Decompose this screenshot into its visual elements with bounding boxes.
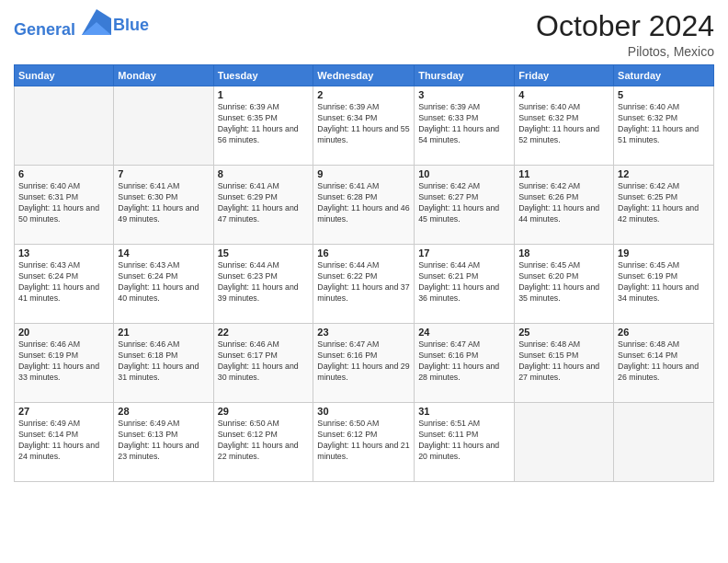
- day-number: 13: [18, 247, 109, 259]
- day-info: Sunrise: 6:44 AM Sunset: 6:22 PM Dayligh…: [317, 260, 410, 304]
- day-info: Sunrise: 6:41 AM Sunset: 6:28 PM Dayligh…: [317, 181, 410, 225]
- weekday-wednesday: Wednesday: [313, 65, 415, 86]
- day-cell: 7Sunrise: 6:41 AM Sunset: 6:30 PM Daylig…: [114, 166, 213, 245]
- day-number: 23: [317, 327, 410, 338]
- day-info: Sunrise: 6:40 AM Sunset: 6:32 PM Dayligh…: [618, 102, 710, 146]
- week-row-3: 13Sunrise: 6:43 AM Sunset: 6:24 PM Dayli…: [15, 245, 714, 324]
- day-number: 4: [518, 89, 609, 100]
- day-info: Sunrise: 6:45 AM Sunset: 6:19 PM Dayligh…: [618, 260, 710, 304]
- day-cell: 29Sunrise: 6:50 AM Sunset: 6:12 PM Dayli…: [213, 403, 313, 482]
- day-info: Sunrise: 6:46 AM Sunset: 6:19 PM Dayligh…: [18, 339, 109, 384]
- day-cell: 12Sunrise: 6:42 AM Sunset: 6:25 PM Dayli…: [614, 166, 714, 245]
- day-cell: 23Sunrise: 6:47 AM Sunset: 6:16 PM Dayli…: [313, 324, 415, 403]
- day-info: Sunrise: 6:44 AM Sunset: 6:21 PM Dayligh…: [418, 260, 510, 304]
- day-cell: 30Sunrise: 6:50 AM Sunset: 6:12 PM Dayli…: [313, 403, 415, 482]
- day-cell: 16Sunrise: 6:44 AM Sunset: 6:22 PM Dayli…: [313, 245, 415, 324]
- day-number: 29: [218, 406, 310, 417]
- day-number: 19: [618, 247, 710, 259]
- day-info: Sunrise: 6:40 AM Sunset: 6:31 PM Dayligh…: [18, 181, 109, 225]
- day-number: 25: [518, 327, 609, 338]
- day-number: 26: [618, 327, 710, 338]
- day-number: 9: [317, 168, 410, 179]
- day-cell: 3Sunrise: 6:39 AM Sunset: 6:33 PM Daylig…: [415, 86, 515, 166]
- day-number: 22: [218, 327, 310, 338]
- day-cell: [15, 86, 114, 166]
- day-info: Sunrise: 6:41 AM Sunset: 6:30 PM Dayligh…: [118, 181, 209, 225]
- day-info: Sunrise: 6:50 AM Sunset: 6:12 PM Dayligh…: [218, 419, 310, 463]
- logo-blue: Blue: [113, 16, 149, 35]
- day-info: Sunrise: 6:48 AM Sunset: 6:15 PM Dayligh…: [518, 339, 609, 384]
- day-info: Sunrise: 6:49 AM Sunset: 6:13 PM Dayligh…: [118, 419, 209, 463]
- weekday-saturday: Saturday: [614, 65, 714, 86]
- weekday-header-row: SundayMondayTuesdayWednesdayThursdayFrid…: [15, 65, 714, 86]
- page: General Blue October 2024 Pilotos, Mexic…: [0, 0, 728, 563]
- day-cell: 18Sunrise: 6:45 AM Sunset: 6:20 PM Dayli…: [515, 245, 614, 324]
- calendar-table: SundayMondayTuesdayWednesdayThursdayFrid…: [14, 64, 714, 482]
- weekday-sunday: Sunday: [15, 65, 114, 86]
- day-cell: 27Sunrise: 6:49 AM Sunset: 6:14 PM Dayli…: [15, 403, 114, 482]
- day-info: Sunrise: 6:47 AM Sunset: 6:16 PM Dayligh…: [317, 339, 410, 384]
- location-title: Pilotos, Mexico: [536, 44, 714, 59]
- day-cell: 15Sunrise: 6:44 AM Sunset: 6:23 PM Dayli…: [213, 245, 313, 324]
- day-number: 8: [218, 168, 310, 179]
- day-cell: 5Sunrise: 6:40 AM Sunset: 6:32 PM Daylig…: [614, 86, 714, 166]
- day-number: 5: [618, 89, 710, 100]
- title-block: October 2024 Pilotos, Mexico: [536, 9, 714, 59]
- day-number: 27: [18, 406, 109, 417]
- day-number: 16: [317, 247, 410, 259]
- weekday-thursday: Thursday: [415, 65, 515, 86]
- day-cell: 11Sunrise: 6:42 AM Sunset: 6:26 PM Dayli…: [515, 166, 614, 245]
- day-cell: 22Sunrise: 6:46 AM Sunset: 6:17 PM Dayli…: [213, 324, 313, 403]
- day-info: Sunrise: 6:47 AM Sunset: 6:16 PM Dayligh…: [418, 339, 510, 384]
- week-row-1: 1Sunrise: 6:39 AM Sunset: 6:35 PM Daylig…: [15, 86, 714, 166]
- day-number: 17: [418, 247, 510, 259]
- day-cell: 28Sunrise: 6:49 AM Sunset: 6:13 PM Dayli…: [114, 403, 213, 482]
- day-info: Sunrise: 6:44 AM Sunset: 6:23 PM Dayligh…: [218, 260, 310, 304]
- day-cell: 4Sunrise: 6:40 AM Sunset: 6:32 PM Daylig…: [515, 86, 614, 166]
- day-info: Sunrise: 6:39 AM Sunset: 6:35 PM Dayligh…: [218, 102, 310, 146]
- day-cell: 9Sunrise: 6:41 AM Sunset: 6:28 PM Daylig…: [313, 166, 415, 245]
- day-cell: 19Sunrise: 6:45 AM Sunset: 6:19 PM Dayli…: [614, 245, 714, 324]
- week-row-5: 27Sunrise: 6:49 AM Sunset: 6:14 PM Dayli…: [15, 403, 714, 482]
- day-number: 7: [118, 168, 209, 179]
- weekday-tuesday: Tuesday: [213, 65, 313, 86]
- day-cell: [515, 403, 614, 482]
- day-cell: 6Sunrise: 6:40 AM Sunset: 6:31 PM Daylig…: [15, 166, 114, 245]
- header: General Blue October 2024 Pilotos, Mexic…: [14, 9, 714, 59]
- day-number: 15: [218, 247, 310, 259]
- day-info: Sunrise: 6:46 AM Sunset: 6:17 PM Dayligh…: [218, 339, 310, 384]
- day-info: Sunrise: 6:39 AM Sunset: 6:33 PM Dayligh…: [418, 102, 510, 146]
- day-cell: [114, 86, 213, 166]
- logo-general: General: [14, 20, 75, 39]
- day-info: Sunrise: 6:41 AM Sunset: 6:29 PM Dayligh…: [218, 181, 310, 225]
- day-cell: 1Sunrise: 6:39 AM Sunset: 6:35 PM Daylig…: [213, 86, 313, 166]
- day-number: 3: [418, 89, 510, 100]
- day-cell: 10Sunrise: 6:42 AM Sunset: 6:27 PM Dayli…: [415, 166, 515, 245]
- day-cell: [614, 403, 714, 482]
- day-info: Sunrise: 6:39 AM Sunset: 6:34 PM Dayligh…: [317, 102, 410, 146]
- day-number: 10: [418, 168, 510, 179]
- weekday-friday: Friday: [515, 65, 614, 86]
- day-number: 6: [18, 168, 109, 179]
- day-number: 30: [317, 406, 410, 417]
- logo-icon: [82, 9, 111, 35]
- day-number: 21: [118, 327, 209, 338]
- day-cell: 8Sunrise: 6:41 AM Sunset: 6:29 PM Daylig…: [213, 166, 313, 245]
- day-cell: 2Sunrise: 6:39 AM Sunset: 6:34 PM Daylig…: [313, 86, 415, 166]
- month-title: October 2024: [536, 9, 714, 43]
- week-row-4: 20Sunrise: 6:46 AM Sunset: 6:19 PM Dayli…: [15, 324, 714, 403]
- day-info: Sunrise: 6:49 AM Sunset: 6:14 PM Dayligh…: [18, 419, 109, 463]
- day-number: 12: [618, 168, 710, 179]
- day-cell: 14Sunrise: 6:43 AM Sunset: 6:24 PM Dayli…: [114, 245, 213, 324]
- day-info: Sunrise: 6:48 AM Sunset: 6:14 PM Dayligh…: [618, 339, 710, 384]
- day-info: Sunrise: 6:43 AM Sunset: 6:24 PM Dayligh…: [118, 260, 209, 304]
- logo-text: General: [14, 9, 111, 40]
- day-info: Sunrise: 6:42 AM Sunset: 6:26 PM Dayligh…: [518, 181, 609, 225]
- day-number: 11: [518, 168, 609, 179]
- day-info: Sunrise: 6:51 AM Sunset: 6:11 PM Dayligh…: [418, 419, 510, 463]
- day-cell: 13Sunrise: 6:43 AM Sunset: 6:24 PM Dayli…: [15, 245, 114, 324]
- day-cell: 26Sunrise: 6:48 AM Sunset: 6:14 PM Dayli…: [614, 324, 714, 403]
- day-number: 1: [218, 89, 310, 100]
- day-cell: 24Sunrise: 6:47 AM Sunset: 6:16 PM Dayli…: [415, 324, 515, 403]
- weekday-monday: Monday: [114, 65, 213, 86]
